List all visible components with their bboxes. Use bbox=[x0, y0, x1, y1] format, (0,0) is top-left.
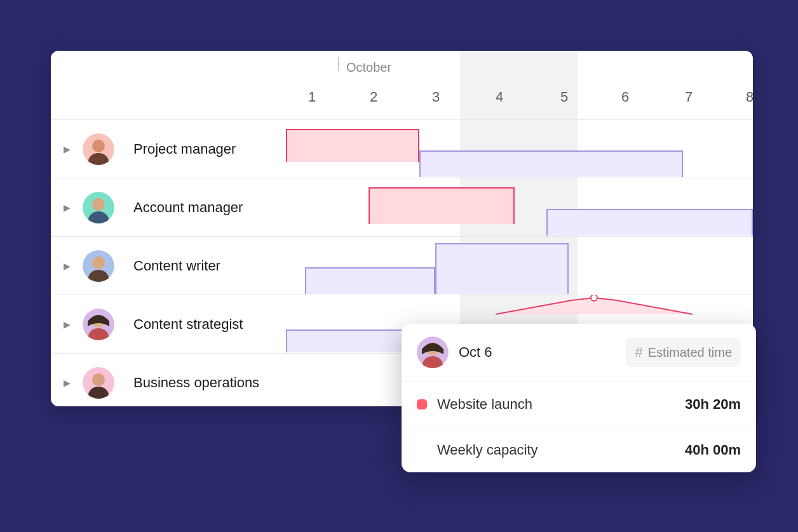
bars bbox=[286, 237, 753, 295]
day-4[interactable]: 4 bbox=[496, 89, 503, 105]
popup-item-label: Website launch bbox=[437, 396, 532, 413]
bar-purple-high[interactable] bbox=[435, 243, 569, 294]
svg-point-4 bbox=[92, 198, 105, 211]
estimated-time-chip[interactable]: # Estimated time bbox=[626, 338, 741, 367]
avatar bbox=[83, 309, 114, 340]
month-label: October bbox=[346, 60, 391, 75]
day-6[interactable]: 6 bbox=[621, 89, 629, 105]
avatar bbox=[83, 367, 114, 399]
avatar bbox=[83, 192, 114, 223]
day-5[interactable]: 5 bbox=[560, 89, 568, 105]
role-row[interactable]: ▶ Content writer bbox=[51, 236, 753, 295]
popup-item-value: 30h 20m bbox=[685, 396, 741, 413]
popup-header: Oct 6 # Estimated time bbox=[402, 324, 756, 381]
expand-icon[interactable]: ▶ bbox=[64, 378, 71, 388]
estimated-label: Estimated time bbox=[648, 345, 732, 360]
bar-purple[interactable] bbox=[546, 209, 753, 236]
svg-point-14 bbox=[92, 373, 105, 386]
svg-point-7 bbox=[92, 256, 105, 269]
bar-purple-low[interactable] bbox=[305, 267, 435, 294]
peak-line bbox=[496, 295, 693, 321]
role-row[interactable]: ▶ Account manager bbox=[51, 178, 753, 236]
month-tick bbox=[338, 57, 339, 71]
avatar bbox=[417, 336, 449, 368]
role-label: Content writer bbox=[133, 258, 220, 274]
role-row[interactable]: ▶ Project manager bbox=[51, 119, 753, 178]
project-color-dot bbox=[417, 399, 427, 409]
bar-pink[interactable] bbox=[286, 129, 419, 162]
workload-popup[interactable]: Oct 6 # Estimated time Website launch 30… bbox=[402, 324, 756, 472]
day-1[interactable]: 1 bbox=[308, 89, 316, 105]
role-label: Business operations bbox=[133, 375, 259, 391]
svg-point-1 bbox=[92, 140, 105, 152]
expand-icon[interactable]: ▶ bbox=[64, 144, 71, 154]
svg-point-12 bbox=[591, 295, 597, 301]
day-8[interactable]: 8 bbox=[746, 89, 753, 105]
day-2[interactable]: 2 bbox=[370, 89, 377, 105]
role-label: Account manager bbox=[133, 199, 243, 216]
expand-icon[interactable]: ▶ bbox=[64, 261, 71, 271]
day-3[interactable]: 3 bbox=[432, 89, 440, 105]
bar-pink[interactable] bbox=[369, 187, 515, 224]
bar-purple[interactable] bbox=[419, 150, 683, 177]
avatar bbox=[83, 250, 114, 282]
popup-item: Weekly capacity 40h 00m bbox=[402, 427, 756, 472]
bars bbox=[286, 120, 753, 178]
popup-item-value: 40h 00m bbox=[685, 442, 741, 458]
day-7[interactable]: 7 bbox=[685, 89, 693, 105]
avatar bbox=[83, 133, 114, 165]
role-label: Content strategist bbox=[133, 316, 243, 333]
month-header: October bbox=[51, 51, 753, 89]
expand-icon[interactable]: ▶ bbox=[64, 203, 71, 213]
bars bbox=[286, 178, 753, 236]
expand-icon[interactable]: ▶ bbox=[64, 319, 71, 329]
hash-icon: # bbox=[635, 344, 642, 361]
role-label: Project manager bbox=[133, 141, 236, 157]
popup-date: Oct 6 bbox=[459, 344, 492, 361]
day-header: 1 2 3 4 5 6 7 8 bbox=[51, 89, 753, 119]
popup-item[interactable]: Website launch 30h 20m bbox=[402, 381, 756, 427]
popup-item-label: Weekly capacity bbox=[437, 442, 538, 458]
bar-purple[interactable] bbox=[286, 329, 407, 352]
